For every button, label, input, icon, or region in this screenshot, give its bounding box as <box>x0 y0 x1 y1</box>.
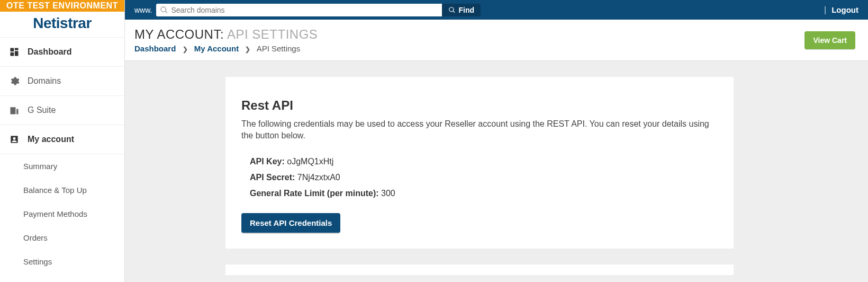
breadcrumb-dashboard[interactable]: Dashboard <box>134 44 176 53</box>
card-description: The following credentials may be used to… <box>241 118 718 142</box>
dashboard-icon <box>8 46 20 58</box>
credential-row: General Rate Limit (per minute): 300 <box>250 189 718 198</box>
sidebar-subitem-balance[interactable]: Balance & Top Up <box>0 178 124 202</box>
search-wrap: Find <box>156 4 481 16</box>
sidebar-item-dashboard[interactable]: Dashboard <box>0 38 124 67</box>
building-icon <box>8 104 20 116</box>
svg-rect-1 <box>15 48 19 50</box>
credential-label: API Secret: <box>250 173 295 182</box>
env-banner: OTE TEST ENVIRONMENT <box>0 0 124 12</box>
account-icon <box>8 134 20 145</box>
topbar-separator: | <box>824 5 826 15</box>
svg-rect-0 <box>11 48 14 52</box>
credential-label: General Rate Limit (per minute): <box>250 189 379 198</box>
view-cart-button[interactable]: View Cart <box>804 31 855 49</box>
credential-row: API Key: oJgMQ1xHtj <box>250 157 718 166</box>
sidebar-item-label: Domains <box>28 76 61 86</box>
www-prefix: www. <box>134 6 152 14</box>
svg-rect-2 <box>15 51 19 56</box>
search-icon <box>160 6 168 14</box>
sidebar-item-label: G Suite <box>28 105 56 115</box>
logo-wrap: Netistrar <box>0 12 124 37</box>
search-input[interactable] <box>156 4 442 16</box>
sidebar-subitem-orders[interactable]: Orders <box>0 226 124 250</box>
brand-logo: Netistrar <box>33 15 92 31</box>
rest-api-card: Rest API The following credentials may b… <box>225 77 734 249</box>
sidebar-item-domains[interactable]: Domains <box>0 67 124 96</box>
credential-value: oJgMQ1xHtj <box>287 157 333 166</box>
chevron-right-icon: ❯ <box>245 46 250 53</box>
sidebar-item-label: Dashboard <box>28 47 72 57</box>
page-title-sub: API SETTINGS <box>227 27 318 41</box>
svg-rect-3 <box>11 52 14 56</box>
find-button[interactable]: Find <box>442 4 481 16</box>
credential-row: API Secret: 7Nj4zxtxA0 <box>250 173 718 182</box>
sidebar-item-label: My account <box>28 135 74 144</box>
card-heading: Rest API <box>241 98 718 113</box>
breadcrumb: Dashboard ❯ My Account ❯ API Settings <box>134 44 804 53</box>
logout-link[interactable]: Logout <box>831 5 858 14</box>
sidebar-subitem-summary[interactable]: Summary <box>0 154 124 178</box>
credential-value: 7Nj4zxtxA0 <box>297 173 340 182</box>
credential-label: API Key: <box>250 157 285 166</box>
svg-point-4 <box>13 137 16 140</box>
page-title-main: MY ACCOUNT: <box>134 27 224 41</box>
sidebar-item-gsuite[interactable]: G Suite <box>0 96 124 125</box>
sidebar-item-myaccount[interactable]: My account <box>0 125 124 154</box>
content-area: Rest API The following credentials may b… <box>125 61 868 282</box>
nav: Dashboard Domains G Suite My account <box>0 37 124 274</box>
next-card-peek <box>225 265 734 275</box>
reset-credentials-button[interactable]: Reset API Credentials <box>241 213 340 233</box>
topbar: www. Find | Logout <box>125 0 868 20</box>
header-area: MY ACCOUNT: API SETTINGS Dashboard ❯ My … <box>125 20 868 61</box>
credentials-list: API Key: oJgMQ1xHtj API Secret: 7Nj4zxtx… <box>250 157 718 198</box>
gear-icon <box>8 75 20 87</box>
sidebar-subitem-payment[interactable]: Payment Methods <box>0 202 124 226</box>
sidebar: OTE TEST ENVIRONMENT Netistrar Dashboard… <box>0 0 125 282</box>
find-button-label: Find <box>458 6 474 14</box>
sidebar-subitem-settings[interactable]: Settings <box>0 250 124 274</box>
chevron-right-icon: ❯ <box>183 46 188 53</box>
main: www. Find | Logout MY ACCOUNT: API SETTI… <box>125 0 868 282</box>
credential-value: 300 <box>381 189 395 198</box>
breadcrumb-myaccount[interactable]: My Account <box>194 44 239 53</box>
page-title: MY ACCOUNT: API SETTINGS <box>134 27 804 42</box>
breadcrumb-current: API Settings <box>257 44 301 53</box>
